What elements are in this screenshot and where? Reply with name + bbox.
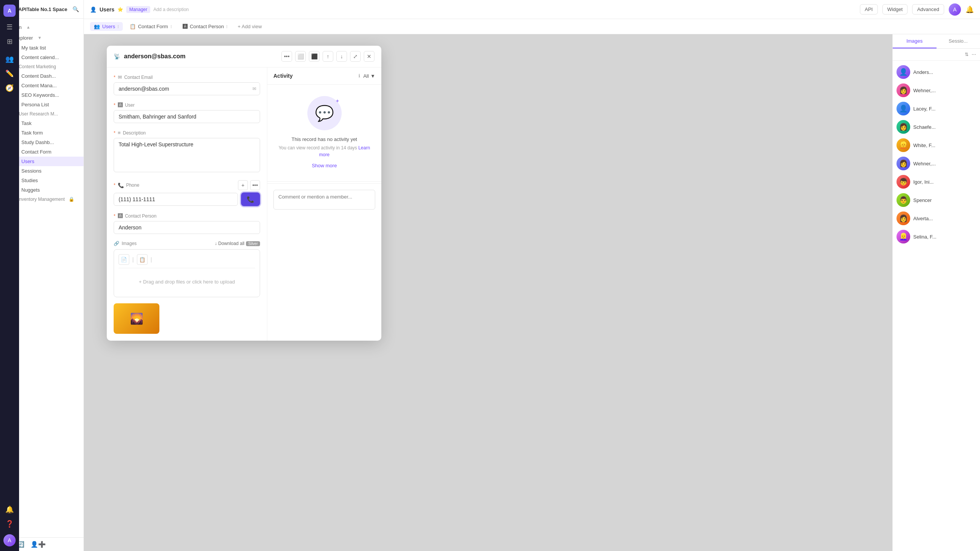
list-item[interactable]: 👩 Alverta... (893, 209, 980, 227)
rp-sort-icon[interactable]: ⇅ (965, 52, 969, 57)
avatar-name: White, F... (913, 143, 959, 148)
bell-icon[interactable]: 🔔 (5, 505, 14, 514)
close-btn[interactable]: ✕ (364, 51, 374, 62)
list-item[interactable]: 👱‍♀️ Selina, F... (893, 227, 980, 246)
activity-empty: 💬 This record has no activity yet You ca… (267, 85, 381, 180)
topbar: 👤 Users ⭐ Manager Add a description API … (84, 0, 980, 19)
img-tool-2[interactable]: 📋 (137, 254, 148, 265)
activity-sub-text: You can view record activity in 14 days (279, 145, 357, 151)
list-item[interactable]: 👱 White, F... (893, 136, 980, 154)
comment-input[interactable] (273, 190, 375, 210)
app-icon[interactable]: A (3, 5, 16, 17)
activity-empty-sub: You can view record activity in 14 days … (275, 144, 374, 158)
grid-icon[interactable]: ⊞ (7, 37, 13, 46)
star-icon[interactable]: ⭐ (117, 7, 123, 12)
field-contact-email: * ✉ Contact Email ✉ (114, 74, 260, 95)
widget-button[interactable]: Widget (882, 4, 908, 14)
more-options-btn[interactable]: ••• (281, 51, 292, 62)
rp-tab-sessions[interactable]: Sessio... (937, 34, 980, 48)
tab-contact-person-label: Contact Person (190, 24, 224, 29)
record-fields: * ✉ Contact Email ✉ * 🅰 User (107, 67, 267, 341)
collapse-btn[interactable]: ↑ (323, 51, 333, 62)
search-icon[interactable]: 🔍 (72, 6, 79, 12)
description-label-text: Description (123, 130, 146, 136)
toolbar-divider: | (132, 256, 134, 263)
img-tool-1[interactable]: 📄 (119, 254, 129, 265)
activity-info-icon[interactable]: ℹ (358, 73, 360, 78)
contact-person-icon: 🅰 (118, 213, 123, 219)
description-input[interactable] (114, 138, 260, 172)
download-label: ↓ Download all (215, 241, 244, 246)
edit-icon[interactable]: ✏️ (5, 69, 14, 78)
description-placeholder[interactable]: Add a description (153, 7, 189, 12)
study-dash-label: Study Dashb... (21, 139, 54, 145)
tab-users[interactable]: 👥 Users ⁝ (90, 22, 123, 31)
tab-contact-form[interactable]: 📋 Contact Form ⁝ (126, 22, 176, 31)
add-view-button[interactable]: + Add view (235, 22, 265, 31)
email-input[interactable] (114, 82, 260, 95)
phone-add-btn[interactable]: + (238, 180, 248, 190)
user-avatar[interactable]: A (949, 3, 961, 16)
images-placeholder[interactable]: + Drag and drop files or click here to u… (119, 271, 255, 292)
phone-input[interactable] (114, 193, 238, 206)
content-marketing-label: Content Marketing (19, 64, 56, 69)
drag-text: + Drag and drop files or click here to u… (139, 279, 235, 285)
api-button[interactable]: API (860, 4, 878, 14)
list-item[interactable]: 👨 Spencer (893, 191, 980, 209)
activity-comment (267, 183, 381, 217)
user-field-icon: 🅰 (118, 102, 123, 108)
phone-actions: + ••• (238, 180, 260, 190)
images-header: 🔗 Images ↓ Download all Silver (114, 241, 260, 246)
list-item[interactable]: 👤 Lacey, F... (893, 99, 980, 118)
expand-left-btn[interactable]: ⬜ (295, 51, 306, 62)
field-contact-person: * 🅰 Contact Person (114, 213, 260, 234)
list-item[interactable]: 👩 Wehner,... (893, 81, 980, 99)
list-item[interactable]: 👩 Wehner,... (893, 154, 980, 173)
activity-empty-text: This record has no activity yet (292, 136, 357, 142)
image-preview-thumb[interactable]: 🌄 (114, 303, 159, 334)
rp-filter-icon[interactable]: ⋯ (972, 52, 976, 57)
description-label: * ≡ Description (114, 130, 260, 136)
list-item[interactable]: 👦 Igor, Ini... (893, 173, 980, 191)
contact-person-input[interactable] (114, 221, 260, 234)
add-user-icon[interactable]: 👤➕ (31, 541, 46, 548)
user-input[interactable] (114, 110, 260, 123)
seo-label: SEO Keywords... (21, 92, 59, 98)
explorer-arrow: ▼ (37, 35, 42, 40)
task-form-label: Task form (21, 130, 43, 136)
rp-tab-images-label: Images (906, 38, 923, 44)
team-icon[interactable]: 👥 (5, 55, 14, 63)
description-icon: ≡ (118, 130, 121, 136)
notifications-icon[interactable]: 🔔 (966, 5, 974, 14)
avatar: 👩 (896, 120, 910, 134)
rp-tab-images[interactable]: Images (893, 34, 937, 48)
activity-divider (267, 181, 381, 182)
user-research-label: User Research M... (19, 111, 58, 117)
advanced-button[interactable]: Advanced (912, 4, 944, 14)
images-toolbar: 📄 | 📋 | (119, 254, 255, 268)
compass-icon[interactable]: 🧭 (5, 84, 14, 92)
download-all-btn[interactable]: ↓ Download all Silver (215, 241, 260, 246)
expand-right-btn[interactable]: ⬛ (309, 51, 320, 62)
required-marker: * (114, 213, 116, 219)
email-input-wrap: ✉ (114, 82, 260, 95)
list-item[interactable]: 👤 Anders... (893, 63, 980, 81)
tab-contact-person[interactable]: 🅰 Contact Person ⁝ (179, 22, 232, 31)
user-avatar-sidebar[interactable]: A (3, 534, 16, 546)
filter-label: All (363, 73, 369, 79)
show-more-btn[interactable]: Show more (312, 163, 337, 168)
avatar: 👤 (896, 65, 910, 79)
phone-input-wrap (114, 193, 238, 206)
fullscreen-btn[interactable]: ⤢ (350, 51, 361, 62)
expand-btn[interactable]: ↓ (336, 51, 347, 62)
images-drop-zone[interactable]: 📄 | 📋 | + Drag and drop files or click h… (114, 249, 260, 297)
help-icon[interactable]: ❓ (5, 520, 14, 528)
phone-more-btn[interactable]: ••• (250, 180, 260, 190)
activity-filter[interactable]: All ▼ (363, 73, 375, 79)
avatar: 👱‍♀️ (896, 230, 910, 243)
phone-call-btn[interactable]: 📞 (241, 192, 260, 206)
avatar: 👤 (896, 102, 910, 115)
list-item[interactable]: 👩 Schaefe... (893, 118, 980, 136)
sidebar-toggle-icon[interactable]: ☰ (6, 23, 13, 31)
avatar: 👩 (896, 83, 910, 97)
